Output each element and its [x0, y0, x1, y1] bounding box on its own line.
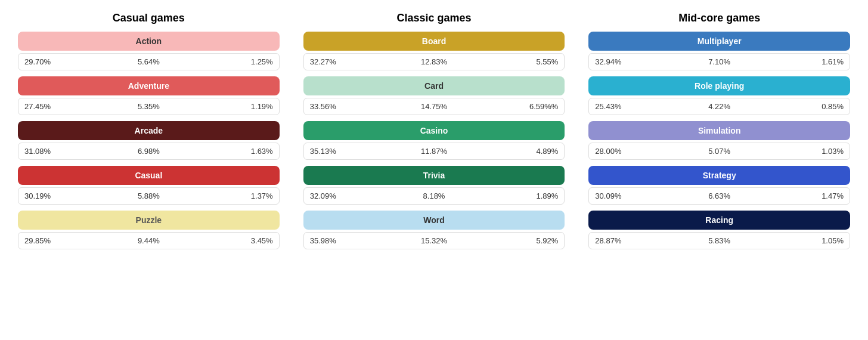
category-header-simulation: Simulation [588, 121, 850, 140]
category-block-0-3: Casual30.19%5.88%1.37% [18, 166, 280, 205]
category-header-card: Card [303, 76, 565, 95]
value-0: 27.45% [24, 102, 107, 111]
value-1: 5.07% [678, 147, 761, 156]
value-1: 5.88% [107, 191, 190, 200]
value-2: 1.03% [761, 147, 844, 156]
value-2: 5.55% [475, 57, 558, 66]
category-header-strategy: Strategy [588, 166, 850, 185]
value-0: 30.09% [595, 191, 678, 200]
value-2: 1.37% [190, 191, 273, 200]
value-0: 28.87% [595, 236, 678, 245]
value-2: 3.45% [190, 236, 273, 245]
category-block-2-1: Role playing25.43%4.22%0.85% [588, 76, 850, 115]
category-block-1-2: Casino35.13%11.87%4.89% [303, 121, 565, 160]
value-2: 5.92% [475, 236, 558, 245]
value-2: 1.25% [190, 57, 273, 66]
category-header-word: Word [303, 211, 565, 230]
value-0: 29.85% [24, 236, 107, 245]
category-block-1-3: Trivia32.09%8.18%1.89% [303, 166, 565, 205]
category-block-1-4: Word35.98%15.32%5.92% [303, 211, 565, 249]
value-0: 28.00% [595, 147, 678, 156]
column-title-1: Classic games [303, 12, 565, 24]
value-1: 15.32% [393, 236, 476, 245]
category-values-word: 35.98%15.32%5.92% [303, 232, 565, 249]
value-1: 6.63% [678, 191, 761, 200]
category-values-adventure: 27.45%5.35%1.19% [18, 98, 280, 115]
category-block-2-3: Strategy30.09%6.63%1.47% [588, 166, 850, 205]
value-0: 32.09% [310, 191, 393, 200]
value-2: 1.19% [190, 102, 273, 111]
value-0: 30.19% [24, 191, 107, 200]
category-values-board: 32.27%12.83%5.55% [303, 53, 565, 70]
value-0: 33.56% [310, 102, 393, 111]
category-header-arcade: Arcade [18, 121, 280, 140]
value-2: 0.85% [761, 102, 844, 111]
value-2: 1.89% [475, 191, 558, 200]
category-header-board: Board [303, 32, 565, 51]
column-1: Classic gamesBoard32.27%12.83%5.55%Card3… [303, 12, 565, 255]
value-2: 6.59%% [475, 102, 558, 111]
category-header-adventure: Adventure [18, 76, 280, 95]
value-1: 9.44% [107, 236, 190, 245]
category-values-action: 29.70%5.64%1.25% [18, 53, 280, 70]
category-values-role-playing: 25.43%4.22%0.85% [588, 98, 850, 115]
category-header-action: Action [18, 32, 280, 51]
value-1: 5.83% [678, 236, 761, 245]
value-1: 7.10% [678, 57, 761, 66]
category-header-casino: Casino [303, 121, 565, 140]
category-block-2-4: Racing28.87%5.83%1.05% [588, 211, 850, 249]
value-2: 1.47% [761, 191, 844, 200]
value-1: 4.22% [678, 102, 761, 111]
main-container: Casual gamesAction29.70%5.64%1.25%Advent… [18, 12, 850, 255]
column-title-2: Mid-core games [588, 12, 850, 24]
column-title-0: Casual games [18, 12, 280, 24]
category-header-multiplayer: Multiplayer [588, 32, 850, 51]
category-values-casino: 35.13%11.87%4.89% [303, 143, 565, 160]
value-1: 5.64% [107, 57, 190, 66]
value-0: 31.08% [24, 147, 107, 156]
value-0: 25.43% [595, 102, 678, 111]
value-1: 14.75% [393, 102, 476, 111]
category-values-multiplayer: 32.94%7.10%1.61% [588, 53, 850, 70]
category-header-casual: Casual [18, 166, 280, 185]
value-1: 8.18% [393, 191, 476, 200]
value-2: 4.89% [475, 147, 558, 156]
value-1: 6.98% [107, 147, 190, 156]
category-block-0-2: Arcade31.08%6.98%1.63% [18, 121, 280, 160]
category-values-racing: 28.87%5.83%1.05% [588, 232, 850, 249]
category-header-trivia: Trivia [303, 166, 565, 185]
category-block-0-1: Adventure27.45%5.35%1.19% [18, 76, 280, 115]
value-1: 5.35% [107, 102, 190, 111]
value-2: 1.61% [761, 57, 844, 66]
value-1: 11.87% [393, 147, 476, 156]
value-0: 35.13% [310, 147, 393, 156]
category-header-puzzle: Puzzle [18, 211, 280, 230]
category-values-trivia: 32.09%8.18%1.89% [303, 187, 565, 205]
category-values-simulation: 28.00%5.07%1.03% [588, 143, 850, 160]
value-1: 12.83% [393, 57, 476, 66]
category-block-0-4: Puzzle29.85%9.44%3.45% [18, 211, 280, 249]
category-values-arcade: 31.08%6.98%1.63% [18, 143, 280, 160]
category-block-0-0: Action29.70%5.64%1.25% [18, 32, 280, 70]
category-block-2-0: Multiplayer32.94%7.10%1.61% [588, 32, 850, 70]
category-values-card: 33.56%14.75%6.59%% [303, 98, 565, 115]
category-values-puzzle: 29.85%9.44%3.45% [18, 232, 280, 249]
category-header-role-playing: Role playing [588, 76, 850, 95]
category-header-racing: Racing [588, 211, 850, 230]
value-0: 32.27% [310, 57, 393, 66]
category-values-strategy: 30.09%6.63%1.47% [588, 187, 850, 205]
category-values-casual: 30.19%5.88%1.37% [18, 187, 280, 205]
category-block-1-1: Card33.56%14.75%6.59%% [303, 76, 565, 115]
value-0: 29.70% [24, 57, 107, 66]
column-0: Casual gamesAction29.70%5.64%1.25%Advent… [18, 12, 280, 255]
value-0: 32.94% [595, 57, 678, 66]
value-0: 35.98% [310, 236, 393, 245]
category-block-2-2: Simulation28.00%5.07%1.03% [588, 121, 850, 160]
value-2: 1.05% [761, 236, 844, 245]
value-2: 1.63% [190, 147, 273, 156]
category-block-1-0: Board32.27%12.83%5.55% [303, 32, 565, 70]
column-2: Mid-core gamesMultiplayer32.94%7.10%1.61… [588, 12, 850, 255]
